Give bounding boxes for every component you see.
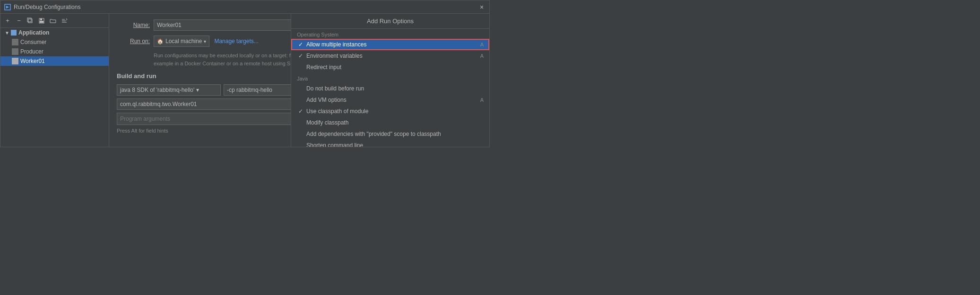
run-on-label: Run on:: [117, 38, 150, 45]
sdk-select[interactable]: java 8 SDK of 'rabbitmq-hello' ▾: [117, 84, 221, 96]
add-config-button[interactable]: +: [2, 16, 13, 26]
producer-run-icon: [12, 48, 18, 55]
do-not-build-item[interactable]: Do not build before run: [291, 83, 489, 94]
save-icon: [38, 18, 45, 24]
run-on-value: Local machine: [165, 38, 202, 45]
use-classpath-label: Use classpath of module: [306, 108, 368, 115]
add-dependencies-item[interactable]: Add dependencies with "provided" scope t…: [291, 128, 489, 140]
redirect-input-item[interactable]: Redirect input: [291, 62, 489, 73]
application-group-label: Application: [18, 29, 49, 36]
application-group-icon: [11, 30, 17, 36]
svg-rect-3: [27, 18, 31, 22]
name-label: Name:: [117, 22, 150, 28]
manage-targets-link[interactable]: Manage targets...: [214, 38, 258, 45]
folder-config-button[interactable]: [48, 16, 58, 26]
right-panel: Name: Store as project file ⚙ Run on: 🏠 …: [109, 14, 489, 147]
sidebar-item-producer[interactable]: Producer: [0, 47, 109, 56]
allow-multiple-item[interactable]: ✓ Allow multiple instances A: [291, 39, 489, 50]
env-variables-label: Environment variables: [306, 53, 363, 59]
add-dependencies-label: Add dependencies with "provided" scope t…: [306, 131, 441, 137]
java-section-label: Java: [291, 73, 489, 83]
dialog-icon: [4, 4, 11, 10]
svg-rect-6: [40, 21, 43, 23]
allow-multiple-label: Allow multiple instances: [306, 41, 366, 48]
worker01-run-icon: [12, 58, 18, 64]
svg-rect-5: [40, 18, 42, 20]
title-bar: Run/Debug Configurations ×: [0, 0, 489, 14]
build-run-title: Build and run: [117, 72, 156, 80]
use-classpath-item[interactable]: ✓ Use classpath of module: [291, 106, 489, 117]
allow-multiple-shortcut: A: [480, 42, 484, 47]
add-vm-shortcut: A: [480, 97, 484, 103]
modify-classpath-label: Modify classpath: [306, 119, 348, 126]
save-config-button[interactable]: [36, 16, 47, 26]
env-variables-check-icon: ✓: [297, 53, 304, 59]
run-debug-dialog: Run/Debug Configurations × + −: [0, 0, 490, 147]
add-run-options-title: Add Run Options: [291, 14, 489, 29]
svg-rect-2: [28, 19, 32, 23]
env-variables-shortcut: A: [480, 53, 484, 59]
sidebar-tree: ▼ Application Consumer Producer Worker01: [0, 28, 109, 147]
add-run-options-panel: Add Run Options Operating System ✓ Allow…: [291, 14, 489, 147]
folder-icon: [50, 18, 56, 24]
redirect-input-label: Redirect input: [306, 64, 341, 71]
worker01-label: Worker01: [20, 58, 45, 64]
sdk-value: java 8 SDK of 'rabbitmq-hello' ▾: [120, 87, 199, 93]
add-vm-options-label: Add VM options: [306, 97, 347, 103]
add-vm-options-item[interactable]: Add VM options A: [291, 94, 489, 106]
use-classpath-check-icon: ✓: [297, 108, 304, 115]
sidebar-item-worker01[interactable]: Worker01: [0, 56, 109, 66]
close-button[interactable]: ×: [478, 3, 486, 11]
allow-multiple-check-icon: ✓: [297, 41, 304, 48]
env-variables-item[interactable]: ✓ Environment variables A: [291, 50, 489, 62]
do-not-build-label: Do not build before run: [306, 85, 364, 92]
consumer-label: Consumer: [20, 39, 46, 45]
shorten-cmdline-item[interactable]: Shorten command line: [291, 140, 489, 147]
sort-icon: [61, 18, 68, 24]
sidebar-item-application[interactable]: ▼ Application: [0, 28, 109, 37]
dialog-title: Run/Debug Configurations: [14, 4, 478, 10]
svg-marker-1: [6, 6, 9, 9]
os-section-label: Operating System: [291, 29, 489, 39]
consumer-run-icon: [12, 39, 18, 45]
copy-config-button[interactable]: [25, 16, 35, 26]
copy-icon: [27, 18, 34, 24]
sidebar: + −: [0, 14, 109, 147]
remove-config-button[interactable]: −: [14, 16, 24, 26]
run-on-select[interactable]: 🏠 Local machine ▾: [154, 36, 209, 47]
producer-label: Producer: [20, 48, 43, 55]
expand-arrow-icon: ▼: [4, 30, 10, 36]
run-on-arrow-icon: ▾: [204, 39, 206, 44]
sidebar-toolbar: + −: [0, 14, 109, 28]
house-icon: 🏠: [157, 38, 164, 45]
shorten-cmdline-label: Shorten command line: [306, 142, 363, 147]
modify-classpath-item[interactable]: Modify classpath: [291, 117, 489, 128]
main-content: + −: [0, 14, 489, 147]
sort-config-button[interactable]: [59, 16, 69, 26]
sidebar-item-consumer[interactable]: Consumer: [0, 37, 109, 47]
